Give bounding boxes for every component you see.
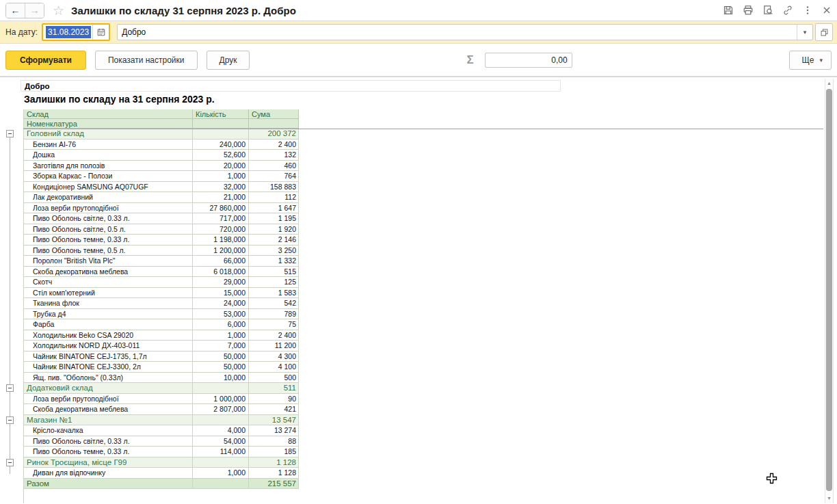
qty-cell[interactable]: 114,000: [193, 447, 249, 457]
sum-cell[interactable]: 1 920: [249, 224, 299, 235]
close-icon[interactable]: [822, 5, 832, 15]
name-cell[interactable]: Пиво Оболонь темне, 0.33 л.: [23, 235, 193, 246]
item-row[interactable]: Холодильник NORD ДХ-403-0117,00011 200: [23, 341, 299, 352]
print-preview-icon[interactable]: [762, 5, 773, 16]
item-row[interactable]: Пиво Оболонь світле, 0.33 л.717,0001 195: [23, 213, 299, 224]
name-cell[interactable]: Ящ. пив. "Оболонь" (0.33л): [23, 373, 193, 384]
qty-cell[interactable]: [193, 479, 249, 490]
name-cell[interactable]: Лак декоративний: [23, 192, 193, 203]
name-cell[interactable]: Скоба декоративна меблева: [23, 267, 193, 278]
header-empty-cell[interactable]: [249, 119, 299, 129]
link-icon[interactable]: [782, 5, 793, 16]
sum-cell[interactable]: 90: [249, 394, 299, 405]
name-cell[interactable]: Дошка: [23, 150, 193, 161]
item-row[interactable]: Чайник BINATONE CEJ-3300, 2л50,0004 100: [23, 362, 299, 373]
name-cell[interactable]: Крісло-качалка: [23, 425, 193, 436]
expander-minus-icon[interactable]: [6, 384, 14, 392]
expander-minus-icon[interactable]: [6, 130, 14, 137]
qty-cell[interactable]: 1,000: [193, 171, 249, 182]
qty-cell[interactable]: 10,000: [193, 373, 249, 384]
item-row[interactable]: Пиво Оболонь темне, 0.5 л.1 200,0003 250: [23, 246, 299, 256]
scroll-down-icon[interactable]: ▼: [825, 495, 833, 502]
item-row[interactable]: Лак декоративний21,000112: [23, 192, 299, 203]
name-cell[interactable]: Додатковий склад: [23, 383, 193, 394]
show-settings-button[interactable]: Показати настройки: [95, 51, 198, 70]
sum-cell[interactable]: 3 250: [249, 246, 299, 256]
qty-cell[interactable]: [193, 415, 249, 426]
qty-cell[interactable]: 720,000: [193, 224, 249, 235]
item-row[interactable]: Заготівля для полозів20,000460: [23, 161, 299, 172]
sum-cell[interactable]: 542: [249, 298, 299, 309]
qty-cell[interactable]: 21,000: [193, 192, 249, 203]
qty-cell[interactable]: 29,000: [193, 277, 249, 288]
sum-cell[interactable]: 500: [249, 373, 299, 384]
qty-cell[interactable]: 717,000: [193, 213, 249, 224]
sum-cell[interactable]: 75: [249, 319, 299, 330]
qty-cell[interactable]: 27 860,000: [193, 203, 249, 214]
group-row[interactable]: Головний склад200 372: [23, 129, 299, 140]
item-row[interactable]: Холодильник Beko CSA 290201,0002 400: [23, 330, 299, 341]
name-cell[interactable]: Разом: [23, 479, 193, 490]
expander-minus-icon[interactable]: [6, 416, 14, 424]
print-icon[interactable]: [743, 5, 754, 16]
sum-cell[interactable]: 1 583: [249, 288, 299, 299]
item-row[interactable]: Зборка Каркас - Полози1,000764: [23, 171, 299, 182]
name-cell[interactable]: Зборка Каркас - Полози: [23, 171, 193, 182]
name-cell[interactable]: Кондиціонер SAMSUNG AQ07UGF: [23, 182, 193, 193]
item-row[interactable]: Лоза верби прутоподібної27 860,0001 647: [23, 203, 299, 214]
open-form-button[interactable]: [815, 23, 833, 41]
qty-cell[interactable]: [193, 129, 249, 140]
autosum-field[interactable]: 0,00: [485, 53, 572, 68]
name-cell[interactable]: Поролон "British Vita Plc": [23, 256, 193, 267]
back-button[interactable]: ←: [6, 3, 25, 18]
name-cell[interactable]: Бензин АІ-76: [23, 140, 193, 150]
qty-cell[interactable]: [193, 457, 249, 468]
name-cell[interactable]: Магазин №1: [23, 415, 193, 426]
name-cell[interactable]: Скоба декоративна меблева: [23, 404, 193, 415]
qty-cell[interactable]: 32,000: [193, 182, 249, 193]
name-cell[interactable]: Скотч: [23, 277, 193, 288]
sum-cell[interactable]: 158 883: [249, 182, 299, 193]
item-row[interactable]: Ящ. пив. "Оболонь" (0.33л)10,000500: [23, 373, 299, 384]
sum-cell[interactable]: 132: [249, 150, 299, 161]
chevron-down-icon[interactable]: ▾: [797, 25, 812, 40]
header-kilkist[interactable]: Кількість: [193, 109, 249, 119]
save-icon[interactable]: [723, 5, 734, 16]
name-cell[interactable]: Ринок Троєщина, місце Г99: [23, 457, 193, 468]
name-cell[interactable]: Пиво Оболонь світле, 0.33 л.: [23, 213, 193, 224]
more-dots-icon[interactable]: [802, 5, 813, 16]
name-cell[interactable]: Пиво Оболонь темне, 0.5 л.: [23, 246, 193, 256]
sum-cell[interactable]: 2 400: [249, 330, 299, 341]
qty-cell[interactable]: 1,000: [193, 330, 249, 341]
qty-cell[interactable]: 53,000: [193, 309, 249, 320]
qty-cell[interactable]: 6 018,000: [193, 267, 249, 278]
name-cell[interactable]: Пиво Оболонь світле, 0.5 л.: [23, 224, 193, 235]
sum-cell[interactable]: 13 274: [249, 425, 299, 436]
item-row[interactable]: Кондиціонер SAMSUNG AQ07UGF32,000158 883: [23, 182, 299, 193]
sum-cell[interactable]: 515: [249, 267, 299, 278]
item-row[interactable]: Чайник BINATONE CEJ-1735, 1,7л50,0004 30…: [23, 352, 299, 362]
name-cell[interactable]: Лоза верби прутоподібної: [23, 394, 193, 405]
sum-cell[interactable]: 1 332: [249, 256, 299, 267]
header-nomenklatura[interactable]: Номенклатура: [23, 119, 193, 129]
subject-input[interactable]: Добро ▾: [117, 24, 813, 40]
qty-cell[interactable]: 50,000: [193, 362, 249, 373]
name-cell[interactable]: Пиво Оболонь світле, 0.33 л.: [23, 436, 193, 447]
date-input[interactable]: 31.08.2023: [42, 23, 110, 41]
name-cell[interactable]: Чайник BINATONE CEJ-1735, 1,7л: [23, 352, 193, 362]
name-cell[interactable]: Трубка д4: [23, 309, 193, 320]
sum-cell[interactable]: 764: [249, 171, 299, 182]
item-row[interactable]: Скотч29,000125: [23, 277, 299, 288]
sum-cell[interactable]: 2 146: [249, 235, 299, 246]
group-row[interactable]: Магазин №113 547: [23, 415, 299, 426]
qty-cell[interactable]: 54,000: [193, 436, 249, 447]
sum-cell[interactable]: 1 128: [249, 457, 299, 468]
qty-cell[interactable]: 2 807,000: [193, 404, 249, 415]
name-cell[interactable]: Чайник BINATONE CEJ-3300, 2л: [23, 362, 193, 373]
name-cell[interactable]: Тканина флок: [23, 298, 193, 309]
name-cell[interactable]: Лоза верби прутоподібної: [23, 203, 193, 214]
group-row[interactable]: Ринок Троєщина, місце Г991 128: [23, 457, 299, 468]
name-cell[interactable]: Головний склад: [23, 129, 193, 140]
sum-cell[interactable]: 1 195: [249, 213, 299, 224]
sum-cell[interactable]: 11 200: [249, 341, 299, 352]
